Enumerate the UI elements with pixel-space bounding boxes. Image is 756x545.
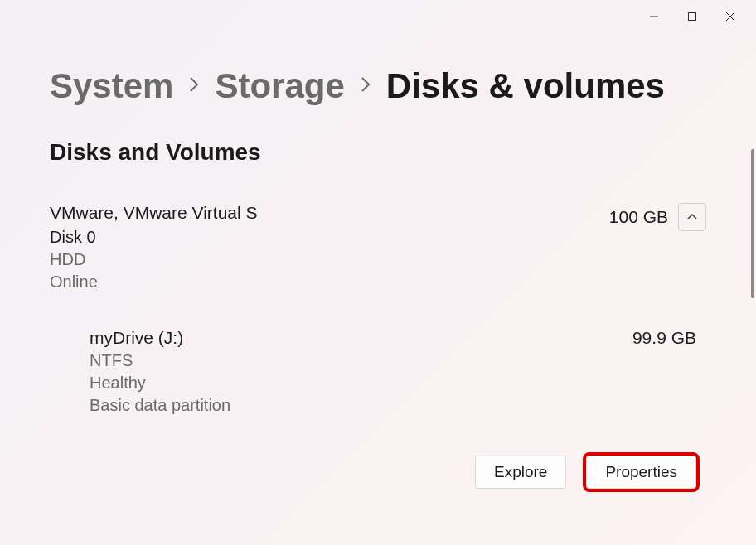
breadcrumb-system[interactable]: System	[50, 66, 173, 106]
explore-button[interactable]: Explore	[475, 456, 566, 489]
scrollbar-thumb[interactable]	[751, 149, 754, 298]
minimize-icon	[650, 12, 658, 21]
page-title: Disks and Volumes	[50, 139, 706, 166]
window-titlebar	[0, 0, 756, 33]
disk-id: Disk 0	[50, 228, 258, 247]
volume-filesystem: NTFS	[90, 351, 230, 370]
chevron-right-icon	[360, 75, 371, 98]
disk-item: VMware, VMware Virtual S Disk 0 HDD Onli…	[50, 203, 706, 489]
volume-name: myDrive (J:)	[90, 328, 230, 348]
disk-size: 100 GB	[609, 207, 668, 227]
volume-item: myDrive (J:) NTFS Healthy Basic data par…	[50, 328, 706, 489]
close-button[interactable]	[711, 3, 749, 30]
volume-actions: Explore Properties	[90, 456, 706, 489]
volume-size: 99.9 GB	[632, 328, 706, 348]
disk-status: Online	[50, 272, 258, 292]
disk-name: VMware, VMware Virtual S	[50, 203, 258, 223]
disk-type: HDD	[50, 250, 258, 269]
maximize-button[interactable]	[673, 3, 711, 30]
settings-window: System Storage Disks & volumes Disks and…	[0, 0, 756, 545]
chevron-up-icon	[686, 211, 698, 223]
maximize-icon	[688, 12, 696, 21]
breadcrumb-storage[interactable]: Storage	[215, 66, 344, 106]
disk-header[interactable]: VMware, VMware Virtual S Disk 0 HDD Onli…	[50, 203, 706, 295]
properties-button[interactable]: Properties	[586, 456, 696, 489]
chevron-right-icon	[188, 75, 200, 98]
volume-header[interactable]: myDrive (J:) NTFS Healthy Basic data par…	[90, 328, 706, 418]
svg-rect-0	[689, 13, 696, 21]
breadcrumb-current: Disks & volumes	[386, 66, 665, 106]
content-area: System Storage Disks & volumes Disks and…	[0, 33, 756, 489]
collapse-button[interactable]	[678, 203, 706, 231]
volume-partition: Basic data partition	[90, 396, 230, 415]
close-icon	[726, 12, 734, 21]
volume-health: Healthy	[90, 374, 230, 393]
breadcrumb: System Storage Disks & volumes	[50, 66, 706, 106]
minimize-button[interactable]	[635, 3, 673, 30]
